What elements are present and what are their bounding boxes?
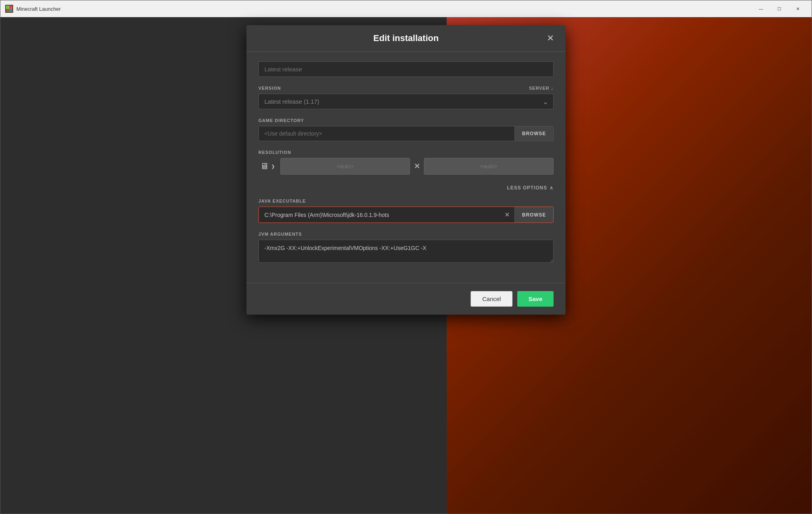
titlebar-left: Minecraft Launcher bbox=[5, 5, 61, 13]
dialog-header: Edit installation ✕ bbox=[246, 25, 566, 52]
save-button[interactable]: Save bbox=[517, 291, 554, 307]
dialog-overlay: Edit installation ✕ VERSION SERVER bbox=[0, 17, 812, 514]
dialog-title: Edit installation bbox=[373, 33, 439, 43]
titlebar-controls: — ☐ ✕ bbox=[752, 2, 807, 15]
svg-rect-6 bbox=[10, 6, 11, 7]
server-label: SERVER bbox=[529, 86, 549, 91]
maximize-button[interactable]: ☐ bbox=[770, 2, 788, 15]
resolution-width-input[interactable] bbox=[280, 158, 410, 175]
installation-name-input[interactable] bbox=[258, 61, 554, 77]
resolution-label: RESOLUTION bbox=[258, 150, 554, 155]
java-browse-button[interactable]: BROWSE bbox=[514, 207, 553, 223]
minimize-button[interactable]: — bbox=[752, 2, 770, 15]
window: Minecraft Launcher — ☐ ✕ Edit installati… bbox=[0, 0, 812, 514]
resolution-row: 🖥 ❯ ✕ bbox=[258, 158, 554, 175]
monitor-dropdown-arrow: ❯ bbox=[271, 164, 275, 169]
name-section bbox=[258, 61, 554, 77]
svg-rect-7 bbox=[10, 10, 11, 10]
minecraft-icon bbox=[5, 5, 13, 13]
monitor-icon: 🖥 bbox=[260, 161, 269, 171]
jvm-arguments-input[interactable] bbox=[258, 240, 554, 263]
titlebar-title: Minecraft Launcher bbox=[16, 6, 61, 12]
resolution-separator: ✕ bbox=[414, 162, 420, 171]
java-clear-button[interactable]: ✕ bbox=[500, 207, 514, 223]
jvm-arguments-label: JVM ARGUMENTS bbox=[258, 232, 554, 236]
version-header: VERSION SERVER ↓ bbox=[258, 86, 554, 91]
directory-input-wrapper: BROWSE bbox=[258, 126, 554, 141]
version-section: VERSION SERVER ↓ Latest release (1.17) ⌄ bbox=[258, 86, 554, 109]
dialog-close-button[interactable]: ✕ bbox=[543, 31, 558, 45]
java-executable-label: JAVA EXECUTABLE bbox=[258, 199, 554, 203]
version-select-wrapper: Latest release (1.17) ⌄ bbox=[258, 94, 554, 109]
game-directory-label: GAME DIRECTORY bbox=[258, 118, 554, 123]
resolution-section: RESOLUTION 🖥 ❯ ✕ bbox=[258, 150, 554, 175]
jvm-arguments-section: JVM ARGUMENTS bbox=[258, 232, 554, 264]
game-directory-browse-button[interactable]: BROWSE bbox=[514, 126, 553, 141]
svg-rect-5 bbox=[7, 6, 8, 8]
dialog-footer: Cancel Save bbox=[246, 283, 566, 315]
svg-rect-2 bbox=[6, 9, 9, 12]
resolution-height-input[interactable] bbox=[424, 158, 554, 175]
window-body: Edit installation ✕ VERSION SERVER bbox=[0, 17, 812, 514]
java-executable-input[interactable] bbox=[259, 207, 500, 223]
less-options-button[interactable]: LESS OPTIONS ∧ bbox=[507, 183, 554, 192]
game-directory-input[interactable] bbox=[259, 126, 514, 141]
monitor-dropdown-button[interactable]: 🖥 ❯ bbox=[258, 158, 276, 175]
less-options-icon: ∧ bbox=[550, 185, 554, 191]
game-directory-section: GAME DIRECTORY BROWSE bbox=[258, 118, 554, 141]
edit-installation-dialog: Edit installation ✕ VERSION SERVER bbox=[246, 25, 566, 315]
version-label: VERSION bbox=[258, 86, 281, 91]
titlebar: Minecraft Launcher — ☐ ✕ bbox=[0, 0, 812, 17]
version-select[interactable]: Latest release (1.17) bbox=[258, 94, 554, 109]
dialog-content: VERSION SERVER ↓ Latest release (1.17) ⌄ bbox=[246, 52, 566, 283]
less-options-label: LESS OPTIONS bbox=[507, 185, 547, 191]
server-download-icon: ↓ bbox=[551, 86, 554, 91]
less-options-row: LESS OPTIONS ∧ bbox=[258, 183, 554, 192]
java-executable-section: JAVA EXECUTABLE ✕ BROWSE bbox=[258, 199, 554, 223]
window-close-button[interactable]: ✕ bbox=[788, 2, 807, 15]
cancel-button[interactable]: Cancel bbox=[471, 291, 512, 307]
server-link[interactable]: SERVER ↓ bbox=[529, 86, 554, 91]
java-input-wrapper: ✕ BROWSE bbox=[258, 207, 554, 223]
